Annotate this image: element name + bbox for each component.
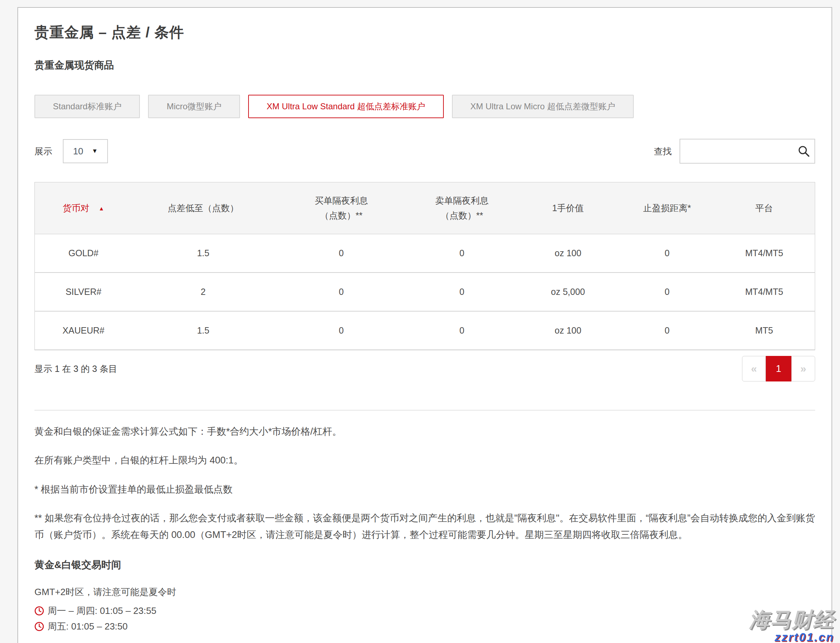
account-tabs: Standard标准账户Micro微型账户XM Ultra Low Standa… <box>34 95 815 118</box>
column-header-1[interactable]: 货币对▲ <box>35 183 132 234</box>
spreads-table: 货币对▲点差低至（点数）买单隔夜利息 （点数）**卖单隔夜利息 （点数）**1手… <box>34 182 815 350</box>
table-cell: oz 100 <box>515 234 621 273</box>
note-paragraph: 在所有账户类型中，白银的杠杆上限均为 400:1。 <box>34 452 815 469</box>
table-cell: 1.5 <box>132 234 274 273</box>
chevrons-left-icon: « <box>751 363 757 375</box>
pagination-next-button[interactable]: » <box>791 356 815 382</box>
table-cell: MT5 <box>714 311 815 350</box>
schedule-text: 周一 – 周四: 01:05 – 23:55 <box>47 605 156 617</box>
table-row: XAUEUR#1.500oz 1000MT5 <box>35 311 815 350</box>
table-cell: 0 <box>621 311 714 350</box>
clock-icon <box>34 606 44 616</box>
table-cell: oz 100 <box>515 311 621 350</box>
pagination: « 1 » <box>742 356 815 382</box>
column-header-2[interactable]: 点差低至（点数） <box>132 183 274 234</box>
column-header-3[interactable]: 买单隔夜利息 （点数）** <box>274 183 408 234</box>
table-cell: 0 <box>408 234 515 273</box>
notes-section: 黄金和白银的保证金需求计算公式如下：手数*合约大小*市场价格/杠杆。在所有账户类… <box>34 423 815 543</box>
page-subtitle: 贵重金属现货商品 <box>34 59 815 72</box>
section-divider <box>34 410 815 411</box>
table-controls: 展示 10 ▼ 查找 <box>34 139 815 163</box>
tab-standard[interactable]: Standard标准账户 <box>34 95 140 118</box>
page-size-value: 10 <box>73 146 83 157</box>
tab-ultra-low-micro[interactable]: XM Ultra Low Micro 超低点差微型账户 <box>452 95 634 118</box>
search-label: 查找 <box>654 145 672 157</box>
note-paragraph: ** 如果您有仓位持仓过夜的话，那么您会支付或者获取一些金额，该金额便是两个货币… <box>34 510 815 543</box>
content-card: 贵重金属 – 点差 / 条件 贵重金属现货商品 Standard标准账户Micr… <box>17 7 832 643</box>
timezone-note: GMT+2时区，请注意可能是夏令时 <box>34 586 815 598</box>
column-header-label: 货币对 <box>63 203 90 213</box>
table-cell: 0 <box>621 273 714 311</box>
pagination-prev-button[interactable]: « <box>742 356 766 382</box>
table-cell: 0 <box>408 311 515 350</box>
table-cell: XAUEUR# <box>35 311 132 350</box>
table-header-row: 货币对▲点差低至（点数）买单隔夜利息 （点数）**卖单隔夜利息 （点数）**1手… <box>35 183 815 234</box>
table-cell: 0 <box>621 234 714 273</box>
table-cell: GOLD# <box>35 234 132 273</box>
chevron-down-icon: ▼ <box>92 148 98 155</box>
column-header-7[interactable]: 平台 <box>714 183 815 234</box>
chevrons-right-icon: » <box>800 363 806 375</box>
table-cell: SILVER# <box>35 273 132 311</box>
show-label: 展示 <box>34 145 52 157</box>
schedule-row: 周一 – 周四: 01:05 – 23:55 <box>34 605 815 617</box>
page-title: 贵重金属 – 点差 / 条件 <box>34 23 815 42</box>
tab-ultra-low-standard[interactable]: XM Ultra Low Standard 超低点差标准账户 <box>248 95 444 118</box>
table-cell: 0 <box>408 273 515 311</box>
pagination-page-1-button[interactable]: 1 <box>766 356 791 382</box>
table-row: GOLD#1.500oz 1000MT4/MT5 <box>35 234 815 273</box>
column-header-6[interactable]: 止盈损距离* <box>621 183 714 234</box>
clock-icon <box>34 622 44 631</box>
trading-schedule: 周一 – 周四: 01:05 – 23:55周五: 01:05 – 23:50 <box>34 605 815 633</box>
watermark-brand: 海马财经 <box>749 609 834 630</box>
schedule-text: 周五: 01:05 – 23:50 <box>47 620 127 633</box>
table-row: SILVER#200oz 5,0000MT4/MT5 <box>35 273 815 311</box>
note-paragraph: * 根据当前市价设置挂单的最低止损盈最低点数 <box>34 481 815 498</box>
note-paragraph: 黄金和白银的保证金需求计算公式如下：手数*合约大小*市场价格/杠杆。 <box>34 423 815 440</box>
table-cell: 2 <box>132 273 274 311</box>
table-cell: MT4/MT5 <box>714 273 815 311</box>
search-icon <box>798 145 810 158</box>
trading-hours-heading: 黄金&白银交易时间 <box>34 558 815 572</box>
sort-asc-icon: ▲ <box>99 206 105 212</box>
tab-micro[interactable]: Micro微型账户 <box>148 95 240 118</box>
table-cell: MT4/MT5 <box>714 234 815 273</box>
page-size-select[interactable]: 10 ▼ <box>63 139 108 163</box>
table-cell: 1.5 <box>132 311 274 350</box>
watermark-site: zzrt01.cn <box>749 631 834 643</box>
watermark: 海马财经 zzrt01.cn <box>749 609 834 643</box>
schedule-row: 周五: 01:05 – 23:50 <box>34 620 815 633</box>
table-cell: 0 <box>274 273 408 311</box>
table-cell: 0 <box>274 234 408 273</box>
entries-summary: 显示 1 在 3 的 3 条目 <box>34 363 117 375</box>
table-cell: 0 <box>274 311 408 350</box>
table-cell: oz 5,000 <box>515 273 621 311</box>
column-header-4[interactable]: 卖单隔夜利息 （点数）** <box>408 183 515 234</box>
column-header-5[interactable]: 1手价值 <box>515 183 621 234</box>
table-body: GOLD#1.500oz 1000MT4/MT5SILVER#200oz 5,0… <box>35 234 815 350</box>
search-input[interactable] <box>680 139 815 163</box>
